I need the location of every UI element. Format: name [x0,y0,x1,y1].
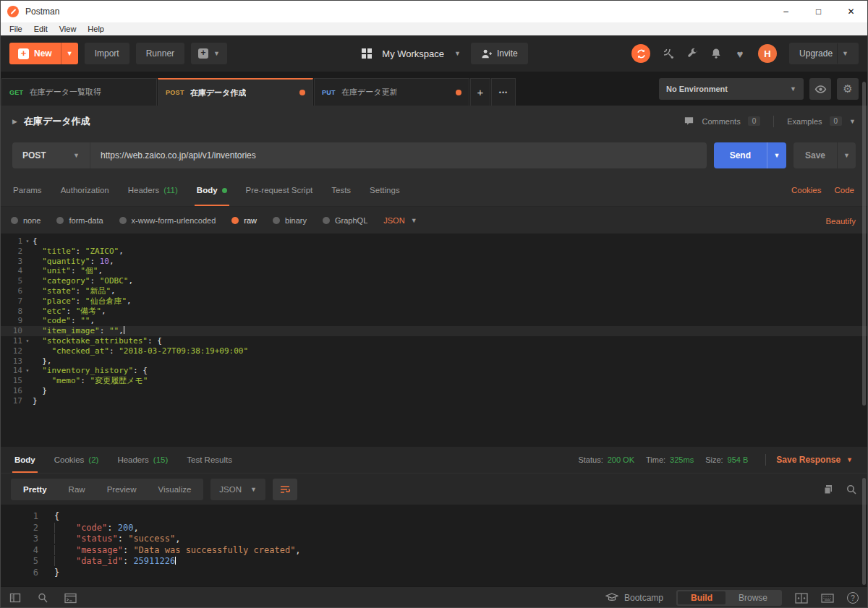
open-new-tab-button[interactable]: + [470,78,490,106]
body-mode-raw[interactable]: raw [231,216,257,225]
tab-settings[interactable]: Settings [360,174,409,206]
main-scrollbar[interactable] [862,82,866,406]
code-line[interactable]: 1{ [1,511,867,523]
tab-tests[interactable]: Tests [322,174,360,206]
fold-caret-icon[interactable]: ▾ [22,366,33,376]
view-raw[interactable]: Raw [58,480,96,499]
view-pretty[interactable]: Pretty [12,480,58,499]
code-line[interactable]: 11▾ "stocktake_attributes": { [1,336,867,346]
find-icon[interactable] [37,592,48,604]
copy-icon[interactable] [822,484,834,495]
settings-wrench-icon[interactable] [686,48,698,59]
save-button[interactable]: Save ▼ [793,142,856,168]
request-tab[interactable]: PUT在庫データ更新 [314,78,469,106]
response-language-selector[interactable]: JSON ▼ [210,479,265,500]
cookies-link[interactable]: Cookies [791,186,822,194]
send-caret-icon[interactable]: ▼ [767,142,786,168]
wrap-lines-button[interactable] [273,479,297,500]
response-tab-cookies[interactable]: Cookies(2) [45,447,109,473]
code-line[interactable]: 9 "code": "", [1,316,867,326]
tab-body[interactable]: Body [187,174,237,206]
code-line[interactable]: 10 "item_image": "", [1,326,867,336]
body-mode-x-www-form-urlencoded[interactable]: x-www-form-urlencoded [119,216,216,225]
code-line[interactable]: 7 "place": "仙台倉庫", [1,296,867,307]
upgrade-button[interactable]: Upgrade ▼ [789,43,859,64]
keyboard-shortcuts-icon[interactable] [821,594,834,603]
console-icon[interactable] [64,593,77,604]
tab-options-button[interactable]: ••• [491,78,516,106]
response-tab-body[interactable]: Body [5,447,45,473]
code-line[interactable]: 8 "etc": "備考", [1,307,867,317]
request-tab[interactable]: GET在庫データ一覧取得 [1,78,157,106]
code-line[interactable]: 2 "title": "ZAICO", [1,247,867,257]
maximize-button[interactable]: □ [802,1,835,22]
beautify-link[interactable]: Beautify [825,217,856,226]
view-preview[interactable]: Preview [96,480,148,499]
request-tab[interactable]: POST在庫データ作成 [158,78,313,106]
code-line[interactable]: 6 "state": "新品", [1,286,867,296]
close-button[interactable]: ✕ [835,1,867,22]
tab-pre-request-script[interactable]: Pre-request Script [237,174,323,206]
code-line[interactable]: 3 "quantity": 10, [1,257,867,267]
response-tab-test-results[interactable]: Test Results [177,447,242,473]
toggle-sidebar-icon[interactable] [9,592,21,604]
method-selector[interactable]: POST ▼ [12,142,90,168]
code-line[interactable]: 6} [1,568,867,579]
fold-caret-icon[interactable]: ▾ [22,336,33,346]
workspace-selector[interactable]: My Workspace [382,48,444,59]
tab-params[interactable]: Params [4,174,51,206]
environment-quicklook-button[interactable] [809,78,831,100]
examples-caret-icon[interactable]: ▼ [849,118,856,125]
menu-help[interactable]: Help [82,25,110,33]
import-button[interactable]: Import [85,43,129,64]
bootcamp-button[interactable]: Bootcamp [605,593,663,603]
code-line[interactable]: 5 "data_id": 25911226 [1,556,867,568]
collapse-caret-icon[interactable]: ▶ [12,118,17,125]
comments-link[interactable]: Comments [702,117,740,126]
code-line[interactable]: 12 "checked_at": "2018-03-27T09:38:19+09… [1,346,867,356]
fold-caret-icon[interactable]: ▾ [22,236,33,247]
body-mode-form-data[interactable]: form-data [56,216,103,225]
minimize-button[interactable]: – [770,1,802,22]
new-window-button[interactable]: + ▼ [191,43,227,64]
environment-settings-button[interactable]: ⚙ [837,78,859,100]
body-mode-binary[interactable]: binary [273,216,307,225]
two-pane-view-icon[interactable] [795,593,808,604]
body-mode-GraphQL[interactable]: GraphQL [323,216,367,225]
code-line[interactable]: 4 "message": "Data was successfully crea… [1,545,867,557]
runner-button[interactable]: Runner [136,43,184,64]
code-line[interactable]: 13 }, [1,356,867,367]
save-response-button[interactable]: Save Response ▼ [776,455,853,465]
notifications-bell-icon[interactable] [710,48,722,59]
save-caret-icon[interactable]: ▼ [837,142,856,168]
menu-edit[interactable]: Edit [28,25,54,33]
response-scrollbar[interactable] [862,478,866,585]
code-line[interactable]: 17} [1,396,867,406]
browse-toggle[interactable]: Browse [726,591,780,604]
sync-icon[interactable] [631,44,650,63]
tab-authorization[interactable]: Authorization [51,174,119,206]
menu-file[interactable]: File [4,25,28,33]
new-button[interactable]: + New ▼ [9,43,78,64]
response-tab-headers[interactable]: Headers(15) [108,447,177,473]
code-line[interactable]: 1▾{ [1,236,867,247]
request-body-editor[interactable]: 1▾{2 "title": "ZAICO",3 "quantity": 10,4… [1,234,867,447]
code-line[interactable]: 4 "unit": "個", [1,266,867,276]
send-button[interactable]: Send ▼ [714,142,786,168]
code-line[interactable]: 15 "memo": "変更履歴メモ" [1,376,867,386]
invite-button[interactable]: Invite [471,43,528,64]
capture-requests-icon[interactable] [663,48,674,59]
code-line[interactable]: 3 "status": "success", [1,534,867,545]
search-response-icon[interactable] [846,484,857,495]
avatar[interactable]: H [758,44,777,63]
code-line[interactable]: 5 "category": "ODBC", [1,276,867,286]
response-body-editor[interactable]: 1{2 "code": 200,3 "status": "success",4 … [1,505,867,586]
tab-headers[interactable]: Headers(11) [119,174,187,206]
favorites-heart-icon[interactable]: ♥ [734,48,746,59]
code-line[interactable]: 16 } [1,386,867,396]
url-input[interactable]: https://web.zaico.co.jp/api/v1/inventori… [90,150,256,160]
examples-link[interactable]: Examples [787,117,822,126]
code-line[interactable]: 2 "code": 200, [1,523,867,534]
code-link[interactable]: Code [835,186,855,194]
workspace-caret-icon[interactable]: ▼ [454,50,461,57]
